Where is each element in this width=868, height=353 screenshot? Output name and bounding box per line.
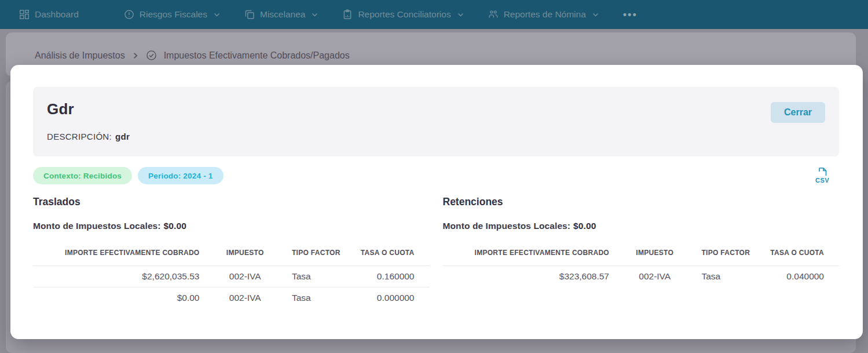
table-cell: Tasa	[291, 266, 358, 288]
monto-line: Monto de Impuestos Locales:$0.00	[33, 221, 430, 231]
description-value: gdr	[115, 132, 130, 141]
modal-description: DESCRIPCIÓN:gdr	[47, 132, 825, 141]
col-header: IMPORTE EFECTIVAMENTE COBRADO	[33, 249, 199, 266]
monto-label: Monto de Impuestos Locales:	[443, 221, 571, 231]
chevron-down-icon	[312, 12, 318, 18]
csv-file-icon: CSV	[815, 177, 830, 186]
nav-item-reportes-conciliatorios[interactable]: Reportes Conciliatorios	[342, 9, 463, 20]
people-icon	[488, 9, 499, 20]
col-header: TASA O CUOTA	[768, 249, 839, 266]
section-traslados: Traslados Monto de Impuestos Locales:$0.…	[33, 196, 430, 309]
col-header: IMPORTE EFECTIVAMENTE COBRADO	[443, 249, 609, 266]
table-row: $0.00002-IVATasa0.000000	[33, 288, 430, 309]
monto-line: Monto de Impuestos Locales:$0.00	[443, 221, 840, 231]
nav-item-label: Riesgos Fiscales	[140, 9, 207, 20]
section-title: Retenciones	[443, 196, 840, 208]
tags-row: Contexto: Recibidos Periodo: 2024 - 1 CS…	[33, 167, 839, 184]
copy-icon	[244, 9, 255, 20]
breadcrumb: Análisis de Impuestos Impuestos Efectiva…	[35, 50, 350, 61]
nav-item-label: Reportes de Nómina	[504, 9, 586, 20]
table-cell: 002-IVA	[199, 266, 290, 288]
nav-item-label: Dashboard	[35, 9, 79, 20]
section-retenciones: Retenciones Monto de Impuestos Locales:$…	[443, 196, 840, 309]
table-cell: $323,608.57	[443, 266, 609, 288]
col-header: IMPUESTO	[199, 249, 290, 266]
modal-title: Gdr	[47, 100, 825, 118]
nav-item-dashboard[interactable]: Dashboard	[19, 9, 79, 20]
table-header: IMPORTE EFECTIVAMENTE COBRADO IMPUESTO T…	[33, 249, 430, 266]
table-cell: $2,620,035.53	[33, 266, 199, 288]
chevron-down-icon	[457, 12, 464, 18]
chevron-right-icon	[132, 52, 139, 59]
chevron-down-icon	[214, 12, 220, 18]
col-header: TIPO FACTOR	[291, 249, 358, 266]
breadcrumb-item-current: Impuestos Efectivamente Cobrados/Pagados	[164, 50, 350, 61]
svg-text:CSV: CSV	[815, 177, 829, 184]
table-cell: 002-IVA	[199, 288, 290, 309]
modal-header-card: Gdr DESCRIPCIÓN:gdr Cerrar	[33, 87, 839, 157]
check-circle-icon	[146, 50, 157, 61]
warning-circle-icon	[124, 9, 134, 20]
close-button[interactable]: Cerrar	[771, 102, 825, 123]
nav-item-reportes-nomina[interactable]: Reportes de Nómina	[488, 9, 599, 20]
table-cell: 0.160000	[358, 266, 429, 288]
nav-item-label: Reportes Conciliatorios	[358, 9, 451, 20]
nav-item-miscelanea[interactable]: Miscelanea	[244, 9, 318, 20]
table-cell: 002-IVA	[609, 266, 700, 288]
table-cell: Tasa	[291, 288, 358, 309]
col-header: TASA O CUOTA	[358, 249, 429, 266]
csv-download-button[interactable]: CSV	[815, 167, 830, 184]
monto-value: $0.00	[164, 221, 186, 231]
clipboard-icon	[342, 9, 353, 20]
monto-value: $0.00	[573, 221, 596, 231]
table-header: IMPORTE EFECTIVAMENTE COBRADO IMPUESTO T…	[443, 249, 840, 266]
traslados-table: IMPORTE EFECTIVAMENTE COBRADO IMPUESTO T…	[33, 249, 430, 309]
monto-label: Monto de Impuestos Locales:	[33, 221, 161, 231]
context-tag: Contexto: Recibidos	[33, 167, 132, 184]
col-header: IMPUESTO	[609, 249, 700, 266]
table-row: $2,620,035.53002-IVATasa0.160000	[33, 266, 430, 288]
period-tag: Periodo: 2024 - 1	[138, 167, 223, 184]
dashboard-icon	[19, 9, 30, 20]
sections-grid: Traslados Monto de Impuestos Locales:$0.…	[33, 196, 839, 309]
description-label: DESCRIPCIÓN:	[47, 132, 112, 141]
table-cell: Tasa	[700, 266, 767, 288]
detail-modal: Gdr DESCRIPCIÓN:gdr Cerrar Contexto: Rec…	[10, 65, 863, 339]
nav-item-label: Miscelanea	[260, 9, 305, 20]
col-header: TIPO FACTOR	[700, 249, 767, 266]
nav-item-riesgos-fiscales[interactable]: Riesgos Fiscales	[124, 9, 220, 20]
breadcrumb-item[interactable]: Análisis de Impuestos	[35, 50, 125, 61]
chevron-down-icon	[592, 12, 599, 18]
table-cell: 0.000000	[358, 288, 429, 309]
nav-overflow-menu[interactable]: •••	[623, 9, 638, 21]
table-row: $323,608.57002-IVATasa0.040000	[443, 266, 840, 288]
table-cell: 0.040000	[768, 266, 839, 288]
table-cell: $0.00	[33, 288, 199, 309]
top-navbar: Dashboard Riesgos Fiscales Miscelanea	[0, 0, 868, 29]
retenciones-table: IMPORTE EFECTIVAMENTE COBRADO IMPUESTO T…	[443, 249, 840, 288]
section-title: Traslados	[33, 196, 430, 208]
